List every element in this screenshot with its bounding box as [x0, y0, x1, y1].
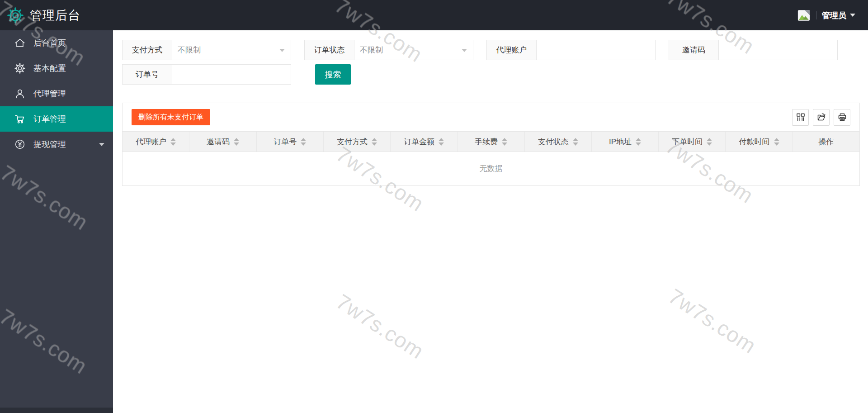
table-header-row: 代理账户邀请码订单号支付方式订单金额手续费支付状态IP地址下单时间付款时间操作 — [123, 131, 859, 152]
sidebar-nav: 后台首页基本配置代理管理订单管理提现管理 — [0, 30, 113, 413]
select-value: 不限制 — [354, 45, 383, 55]
column-header: IP地址 — [592, 132, 659, 152]
column-label: IP地址 — [609, 137, 632, 147]
chevron-down-icon — [279, 49, 285, 52]
top-header-bar: 管理后台 管理员 — [0, 0, 868, 30]
search-button[interactable]: 搜索 — [315, 64, 351, 85]
export-icon — [816, 112, 827, 123]
print-tool-button[interactable] — [834, 109, 850, 126]
sort-icon[interactable] — [636, 138, 641, 146]
home-icon — [14, 37, 26, 49]
sort-icon[interactable] — [774, 138, 779, 146]
sort-icon[interactable] — [234, 138, 239, 146]
sidebar-item-withdraw[interactable]: 提现管理 — [0, 132, 113, 157]
filter-label: 订单状态 — [305, 40, 354, 60]
pay-method-select[interactable]: 不限制 — [172, 40, 291, 60]
broken-image-icon — [797, 9, 811, 22]
order-status-select[interactable]: 不限制 — [354, 40, 473, 60]
table-empty-state: 无数据 — [123, 152, 859, 185]
sort-icon[interactable] — [707, 138, 712, 146]
table-toolbar: 删除所有未支付订单 — [123, 103, 859, 131]
export-tool-button[interactable] — [813, 109, 830, 126]
divider — [816, 11, 816, 19]
column-label: 支付方式 — [337, 137, 368, 147]
filter-group-agent-account: 代理账户 — [486, 40, 656, 60]
app-logo: 管理后台 — [0, 6, 80, 24]
order-no-input[interactable] — [172, 65, 291, 84]
sort-icon[interactable] — [573, 138, 578, 146]
sidebar-item-orders[interactable]: 订单管理 — [0, 106, 113, 132]
sidebar-item-config[interactable]: 基本配置 — [0, 56, 113, 81]
filter-group-invite-code: 邀请码 — [669, 40, 838, 60]
chevron-down-icon — [99, 143, 104, 146]
app-title: 管理后台 — [30, 7, 80, 24]
column-header: 订单号 — [257, 132, 324, 152]
select-value: 不限制 — [172, 45, 201, 55]
column-label: 邀请码 — [207, 137, 230, 147]
agent-account-input[interactable] — [537, 40, 655, 60]
columns-icon — [795, 112, 806, 123]
filter-group-order-no: 订单号 — [122, 64, 291, 85]
sidebar-footer-strip — [0, 408, 113, 413]
column-label: 订单金额 — [404, 137, 434, 147]
column-header: 代理账户 — [123, 132, 189, 152]
sidebar-item-home[interactable]: 后台首页 — [0, 30, 113, 56]
column-label: 下单时间 — [672, 137, 703, 147]
cart-icon — [14, 113, 26, 125]
column-label: 手续费 — [475, 137, 498, 147]
sidebar-item-label: 代理管理 — [33, 88, 66, 99]
filter-group-pay-method: 支付方式不限制 — [122, 40, 291, 60]
sidebar-item-label: 后台首页 — [33, 38, 66, 48]
filter-label: 邀请码 — [669, 40, 719, 60]
users-icon — [14, 88, 26, 100]
sort-icon[interactable] — [372, 138, 377, 146]
column-label: 代理账户 — [136, 137, 166, 147]
gear-icon — [6, 6, 24, 24]
yen-circle-icon — [14, 138, 26, 150]
sidebar-item-label: 订单管理 — [33, 114, 66, 124]
column-header: 付款时间 — [726, 132, 793, 152]
print-icon — [837, 112, 848, 123]
filter-form: 支付方式不限制订单状态不限制代理账户邀请码 订单号 搜索 — [122, 40, 851, 85]
column-label: 支付状态 — [538, 137, 569, 147]
invite-code-field — [719, 40, 837, 60]
gear-icon — [14, 62, 26, 74]
orders-table-card: 删除所有未支付订单 代理账户邀请码订单号支付方式订单金额手续费支付状态IP地址下… — [122, 103, 860, 186]
filter-label: 支付方式 — [123, 40, 172, 60]
column-header: 支付状态 — [525, 132, 592, 152]
invite-code-input[interactable] — [719, 40, 837, 60]
column-header: 支付方式 — [324, 132, 391, 152]
sidebar-item-agents[interactable]: 代理管理 — [0, 81, 113, 106]
sort-icon[interactable] — [439, 138, 444, 146]
column-header: 下单时间 — [659, 132, 726, 152]
column-label: 操作 — [818, 137, 834, 147]
user-name: 管理员 — [822, 10, 846, 21]
column-header: 手续费 — [458, 132, 524, 152]
chevron-down-icon — [850, 14, 855, 17]
column-label: 订单号 — [274, 137, 297, 147]
sort-icon[interactable] — [502, 138, 507, 146]
user-menu[interactable]: 管理员 — [797, 9, 868, 22]
agent-account-field — [537, 40, 655, 60]
sort-icon[interactable] — [301, 138, 306, 146]
delete-unpaid-orders-button[interactable]: 删除所有未支付订单 — [132, 109, 210, 125]
column-header: 订单金额 — [391, 132, 458, 152]
filter-label: 代理账户 — [487, 40, 537, 60]
sort-icon[interactable] — [170, 138, 176, 146]
filter-label: 订单号 — [123, 65, 172, 84]
chevron-down-icon — [462, 49, 467, 52]
columns-tool-button[interactable] — [792, 109, 809, 126]
sidebar-item-label: 提现管理 — [33, 139, 66, 150]
main-content: 支付方式不限制订单状态不限制代理账户邀请码 订单号 搜索 删除所有未支付订单 代… — [113, 30, 868, 413]
column-header: 操作 — [793, 132, 859, 152]
filter-group-order-status: 订单状态不限制 — [304, 40, 473, 60]
column-header: 邀请码 — [189, 132, 256, 152]
sidebar-item-label: 基本配置 — [33, 63, 66, 74]
order-no-field — [172, 65, 291, 84]
column-label: 付款时间 — [739, 137, 770, 147]
